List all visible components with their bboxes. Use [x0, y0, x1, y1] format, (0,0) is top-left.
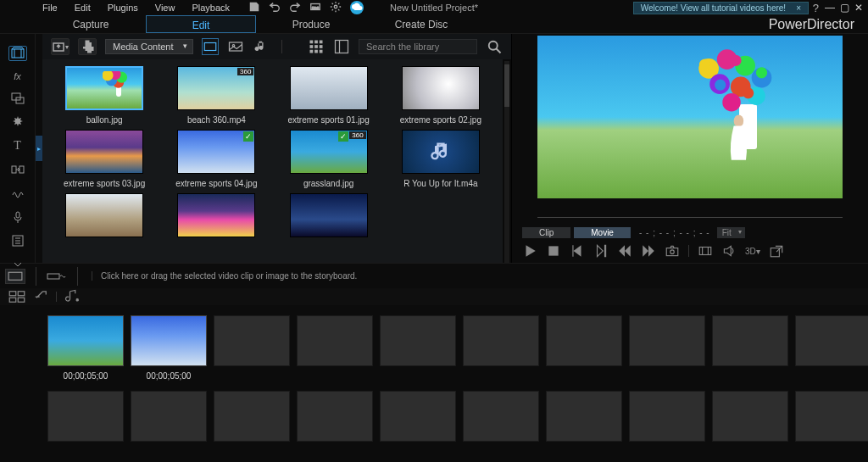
library-item[interactable]: [168, 193, 264, 242]
menu-plugins[interactable]: Plugins: [99, 3, 147, 13]
search-input[interactable]: Search the library: [359, 39, 477, 54]
minimize-icon[interactable]: —: [825, 2, 835, 14]
storyboard-slot[interactable]: [546, 315, 622, 381]
media-content-dropdown[interactable]: Media Content: [105, 39, 193, 54]
title-room-icon[interactable]: T: [8, 139, 27, 153]
play-icon[interactable]: [522, 243, 537, 259]
preview-quality-icon[interactable]: [698, 243, 713, 259]
filter-image-icon[interactable]: [227, 38, 244, 55]
storyboard-slot[interactable]: [214, 391, 290, 442]
search-icon[interactable]: [486, 38, 503, 55]
storyboard-slot[interactable]: 00;00;05;00: [47, 315, 124, 381]
preview-tab-clip[interactable]: Clip: [522, 227, 570, 238]
library-item[interactable]: [281, 193, 377, 242]
storyboard-slot[interactable]: [795, 315, 868, 381]
storyboard-slot[interactable]: [131, 391, 207, 442]
storyboard-slot[interactable]: [380, 315, 456, 381]
track-view-icon[interactable]: [8, 290, 25, 303]
library-item[interactable]: 360beach 360.mp4: [168, 66, 264, 125]
storyboard-slot[interactable]: [380, 391, 456, 442]
maximize-icon[interactable]: ▢: [840, 2, 849, 14]
volume-icon[interactable]: [721, 243, 737, 259]
view-mode-icon[interactable]: [5, 269, 25, 284]
storyboard-slot[interactable]: 00;00;05;00: [131, 315, 207, 381]
close-icon[interactable]: ×: [796, 3, 801, 13]
cloud-icon[interactable]: [350, 1, 364, 14]
storyboard-slot[interactable]: [463, 315, 539, 381]
media-room-icon[interactable]: [8, 46, 27, 61]
transition-room-icon[interactable]: [8, 163, 27, 176]
storyboard-slot[interactable]: [629, 391, 705, 442]
library-item[interactable]: extreme sports 01.jpg: [281, 66, 377, 125]
storyboard-slot[interactable]: [629, 315, 705, 381]
tab-edit[interactable]: Edit: [146, 15, 256, 33]
preview-display[interactable]: [537, 36, 843, 198]
next-frame-icon[interactable]: [593, 243, 609, 259]
save-icon[interactable]: [248, 1, 260, 13]
track-effect-icon[interactable]: [64, 290, 81, 303]
library-item[interactable]: [56, 193, 153, 242]
aspect-ratio-icon[interactable]: 16:9: [309, 1, 321, 13]
storyboard-slot[interactable]: [546, 391, 622, 442]
storyboard[interactable]: 00;00;05;0000;00;05;00: [0, 305, 868, 462]
fast-forward-icon[interactable]: [641, 243, 656, 259]
library-scrollbar[interactable]: [503, 59, 511, 263]
preview-fit-dropdown[interactable]: Fit: [717, 227, 745, 238]
storyboard-slot[interactable]: [297, 391, 373, 442]
settings-icon[interactable]: [330, 1, 342, 13]
filter-video-icon[interactable]: [202, 38, 219, 55]
prev-unit-icon[interactable]: [617, 243, 632, 259]
menu-playback[interactable]: Playback: [183, 3, 238, 13]
storyboard-slot[interactable]: [712, 315, 788, 381]
storyboard-slot[interactable]: [463, 391, 539, 442]
redo-icon[interactable]: [289, 1, 301, 13]
import-media-icon[interactable]: ▾: [51, 38, 70, 55]
library-item[interactable]: 360✓grassland.jpg: [281, 130, 377, 188]
fx-room-icon[interactable]: fx: [8, 71, 27, 81]
storyboard-hint[interactable]: Click here or drag the selected video cl…: [92, 271, 357, 281]
library-grid[interactable]: ballon.jpg360beach 360.mp4extreme sports…: [42, 59, 503, 263]
svg-rect-21: [310, 50, 314, 53]
undo-icon[interactable]: [269, 1, 281, 13]
library-menu-icon[interactable]: [333, 38, 350, 55]
storyboard-slot[interactable]: [795, 391, 868, 442]
storyboard-slot[interactable]: [297, 315, 373, 381]
welcome-banner[interactable]: Welcome! View all tutorial videos here! …: [633, 2, 809, 14]
menu-view[interactable]: View: [147, 3, 184, 13]
library-item[interactable]: R You Up for It.m4a: [392, 130, 489, 188]
library-item[interactable]: ballon.jpg: [56, 66, 153, 125]
tab-capture[interactable]: Capture: [36, 15, 146, 33]
track-marker-icon[interactable]: [32, 290, 49, 303]
svg-rect-40: [8, 272, 22, 280]
tab-produce[interactable]: Produce: [256, 15, 366, 33]
menu-file[interactable]: File: [34, 3, 66, 13]
plugin-icon[interactable]: [78, 38, 97, 55]
voice-room-icon[interactable]: [8, 210, 27, 224]
prev-frame-icon[interactable]: [570, 243, 585, 259]
library-item[interactable]: extreme sports 02.jpg: [392, 66, 489, 125]
timeline-view-icon[interactable]: [47, 269, 67, 284]
preview-slider[interactable]: [537, 214, 843, 220]
grid-view-icon[interactable]: [308, 38, 325, 55]
particle-room-icon[interactable]: [8, 115, 27, 129]
svg-rect-19: [314, 45, 318, 48]
tab-create-disc[interactable]: Create Disc: [366, 15, 476, 33]
library-item[interactable]: extreme sports 03.jpg: [56, 130, 153, 188]
close-window-icon[interactable]: ✕: [854, 2, 863, 14]
pip-room-icon[interactable]: [8, 92, 27, 105]
chapter-room-icon[interactable]: [8, 234, 27, 248]
3d-toggle[interactable]: 3D ▾: [745, 243, 760, 259]
storyboard-slot[interactable]: [47, 391, 124, 442]
storyboard-slot[interactable]: [712, 391, 788, 442]
menu-edit[interactable]: Edit: [66, 3, 99, 13]
stop-icon[interactable]: [546, 243, 561, 259]
help-icon[interactable]: ?: [813, 2, 819, 14]
sidebar-expand-icon[interactable]: ▸: [36, 136, 42, 161]
undock-preview-icon[interactable]: [769, 243, 784, 259]
library-item[interactable]: ✓extreme sports 04.jpg: [168, 130, 264, 188]
storyboard-slot[interactable]: [214, 315, 290, 381]
filter-audio-icon[interactable]: [253, 38, 270, 55]
audio-room-icon[interactable]: [8, 186, 27, 200]
snapshot-icon[interactable]: [665, 243, 680, 259]
preview-tab-movie[interactable]: Movie: [574, 227, 631, 238]
